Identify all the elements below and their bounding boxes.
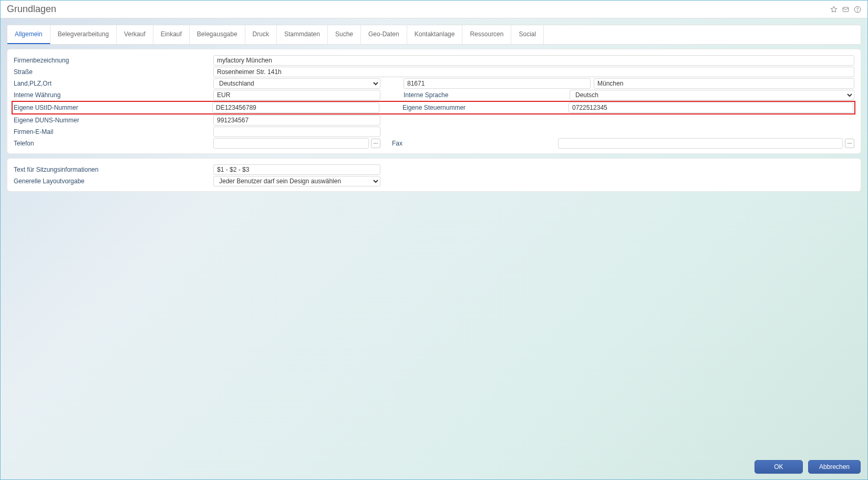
- label-waehrung: Interne Währung: [14, 91, 213, 99]
- tab-allgemein[interactable]: Allgemein: [7, 25, 50, 44]
- label-steuernummer: Eigene Steuernummer: [379, 104, 569, 111]
- svg-rect-0: [843, 7, 849, 11]
- label-ustid: Eigene UStID-Nummer: [14, 104, 212, 111]
- tab-belegausgabe[interactable]: Belegausgabe: [190, 25, 245, 44]
- label-firmen-email: Firmen-E-Mail: [14, 128, 213, 135]
- ustid-field[interactable]: [212, 102, 379, 113]
- sprache-select[interactable]: Deutsch: [570, 90, 854, 100]
- tab-suche[interactable]: Suche: [328, 25, 361, 44]
- ok-button[interactable]: OK: [755, 460, 803, 474]
- svg-point-2: [857, 11, 858, 11]
- page-title: Grundlagen: [7, 4, 56, 15]
- tab-geodaten[interactable]: Geo-Daten: [361, 25, 407, 44]
- label-telefon: Telefon: [14, 140, 213, 147]
- svg-point-8: [851, 143, 852, 144]
- svg-point-4: [375, 143, 376, 144]
- waehrung-field[interactable]: [213, 90, 380, 100]
- tab-ressourcen[interactable]: Ressourcen: [462, 25, 511, 44]
- label-strasse: Straße: [14, 68, 213, 76]
- mail-icon[interactable]: [842, 6, 850, 13]
- titlebar: Grundlagen: [1, 1, 867, 18]
- footer-buttons: OK Abbrechen: [755, 460, 861, 474]
- telefon-more-button[interactable]: [371, 139, 380, 148]
- label-sprache: Interne Sprache: [380, 91, 570, 99]
- svg-point-6: [848, 143, 849, 144]
- tab-belegverarbeitung[interactable]: Belegverarbeitung: [50, 25, 117, 44]
- svg-point-5: [377, 143, 378, 144]
- cancel-button[interactable]: Abbrechen: [808, 460, 861, 474]
- tab-kontaktanlage[interactable]: Kontaktanlage: [407, 25, 463, 44]
- sitzungsinfo-field[interactable]: [213, 164, 380, 175]
- title-icon-group: [830, 6, 861, 13]
- label-landplzort: Land,PLZ,Ort: [14, 80, 213, 87]
- help-icon[interactable]: [854, 6, 861, 13]
- plz-field[interactable]: [404, 78, 591, 89]
- label-sitzungsinfo: Text für Sitzungsinformationen: [14, 166, 213, 173]
- layoutvorgabe-select[interactable]: Jeder Benutzer darf sein Design auswähle…: [213, 176, 380, 186]
- steuernummer-field[interactable]: [569, 102, 853, 113]
- firmenbezeichnung-field[interactable]: [213, 55, 854, 66]
- ort-field[interactable]: [594, 78, 854, 89]
- tab-bar: Allgemein Belegverarbeitung Verkauf Eink…: [7, 25, 861, 45]
- tab-einkauf[interactable]: Einkauf: [153, 25, 190, 44]
- label-layoutvorgabe: Generelle Layoutvorgabe: [14, 178, 213, 185]
- label-firmenbezeichnung: Firmenbezeichnung: [14, 57, 213, 64]
- panel-session: Text für Sitzungsinformationen Generelle…: [7, 158, 861, 192]
- land-select[interactable]: Deutschland: [213, 78, 380, 89]
- tab-druck[interactable]: Druck: [245, 25, 277, 44]
- tab-stammdaten[interactable]: Stammdaten: [277, 25, 328, 44]
- fax-more-button[interactable]: [845, 139, 854, 148]
- fax-field[interactable]: [558, 138, 843, 149]
- panel-general: Firmenbezeichnung Straße Land,PLZ,Ort De…: [7, 49, 861, 154]
- tab-social[interactable]: Social: [511, 25, 544, 44]
- label-fax: Fax: [369, 140, 558, 147]
- duns-field[interactable]: [213, 115, 380, 126]
- telefon-field[interactable]: [213, 138, 369, 149]
- star-icon[interactable]: [830, 6, 838, 13]
- strasse-field[interactable]: [213, 67, 854, 77]
- svg-point-3: [374, 143, 375, 144]
- ustid-row-highlight: Eigene UStID-Nummer Eigene Steuernummer: [12, 101, 855, 114]
- label-duns: Eigene DUNS-Nummer: [14, 117, 213, 124]
- svg-point-7: [849, 143, 850, 144]
- firmen-email-field[interactable]: [213, 127, 380, 137]
- tab-verkauf[interactable]: Verkauf: [117, 25, 153, 44]
